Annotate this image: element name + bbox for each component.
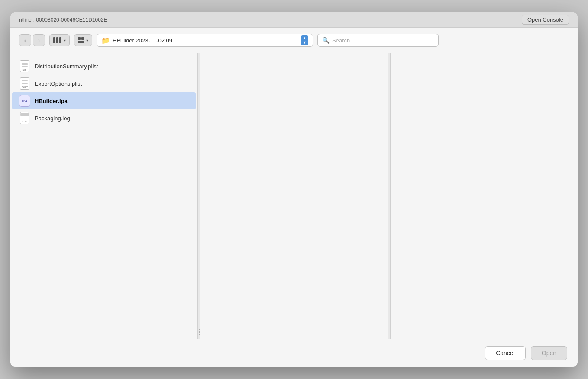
path-text: HBuilder 2023-11-02 09... [113,37,298,44]
path-bar[interactable]: 📁 HBuilder 2023-11-02 09... ▲ ▼ [97,34,313,47]
plist-file-icon [19,77,30,90]
forward-button[interactable]: › [33,34,45,46]
file-browser: DistributionSummary.plist ExportOptions.… [10,53,578,339]
list-item[interactable]: IPA HBuilder.ipa [12,92,196,109]
file-name: DistributionSummary.plist [35,63,98,70]
top-bar: ntliner: 00008020-00046CE11D1002E Open C… [10,12,578,28]
column-view-toggle[interactable]: ▾ [49,34,70,46]
path-arrows-button[interactable]: ▲ ▼ [301,35,308,45]
folder-icon: 📁 [101,36,110,45]
file-pane-left: DistributionSummary.plist ExportOptions.… [10,53,198,339]
search-icon: 🔍 [322,37,330,44]
toolbar: ‹ › ▾ ▾ 📁 HBuilder 2023-11-02 09... [10,28,578,53]
file-name: ExportOptions.plist [35,80,82,87]
file-name: HBuilder.ipa [35,98,68,104]
file-name: Packaging.log [35,115,70,122]
back-button[interactable]: ‹ [19,34,31,46]
divider-handle [199,329,200,335]
open-console-button[interactable]: Open Console [522,15,569,25]
grid-view-icon [78,37,84,43]
search-bar[interactable]: 🔍 [317,34,439,47]
grid-view-chevron: ▾ [86,38,88,43]
nav-buttons: ‹ › [19,34,45,46]
log-file-icon [19,112,30,125]
file-pane-right [391,53,578,339]
footer: Cancel Open [10,339,578,367]
search-input[interactable] [332,37,434,44]
list-item[interactable]: Packaging.log [12,109,196,127]
open-button[interactable]: Open [531,346,567,360]
list-item[interactable]: ExportOptions.plist [12,75,196,92]
ipa-file-icon: IPA [19,94,30,107]
list-item[interactable]: DistributionSummary.plist [12,58,196,75]
column-view-chevron: ▾ [64,38,66,43]
grid-view-toggle[interactable]: ▾ [74,34,92,46]
file-pane-middle [200,53,388,339]
top-bar-left-text: ntliner: 00008020-00046CE11D1002E [19,17,107,23]
column-view-icon [53,37,61,43]
cancel-button[interactable]: Cancel [485,346,526,360]
plist-file-icon [19,60,30,73]
